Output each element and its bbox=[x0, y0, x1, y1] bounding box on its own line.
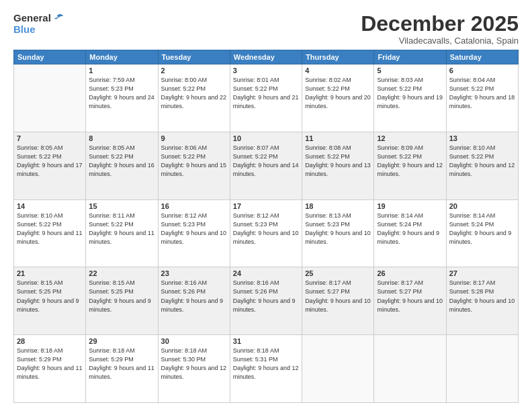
day-number: 1 bbox=[89, 66, 154, 75]
day-number: 10 bbox=[233, 134, 299, 142]
table-row: 13Sunrise: 8:10 AMSunset: 5:22 PMDayligh… bbox=[446, 132, 518, 199]
day-info: Sunrise: 8:11 AMSunset: 5:22 PMDaylight:… bbox=[89, 212, 154, 246]
page: General Blue December 2025 Viladecavalls… bbox=[0, 0, 532, 411]
day-number: 25 bbox=[305, 269, 371, 277]
day-info: Sunrise: 8:18 AMSunset: 5:29 PMDaylight:… bbox=[17, 347, 83, 381]
day-number: 15 bbox=[89, 202, 154, 210]
calendar-week-row: 14Sunrise: 8:10 AMSunset: 5:22 PMDayligh… bbox=[14, 199, 519, 267]
day-info: Sunrise: 8:10 AMSunset: 5:22 PMDaylight:… bbox=[17, 212, 83, 246]
day-info: Sunrise: 8:03 AMSunset: 5:22 PMDaylight:… bbox=[377, 76, 443, 111]
day-number: 24 bbox=[233, 269, 299, 277]
day-info: Sunrise: 8:10 AMSunset: 5:22 PMDaylight:… bbox=[449, 144, 515, 179]
table-row: 9Sunrise: 8:06 AMSunset: 5:22 PMDaylight… bbox=[158, 132, 230, 199]
day-number: 4 bbox=[305, 66, 371, 75]
day-info: Sunrise: 8:09 AMSunset: 5:22 PMDaylight:… bbox=[377, 144, 443, 179]
col-thursday: Thursday bbox=[302, 50, 374, 64]
logo: General Blue bbox=[13, 12, 64, 36]
table-row: 22Sunrise: 8:15 AMSunset: 5:25 PMDayligh… bbox=[86, 267, 158, 335]
day-number: 21 bbox=[17, 269, 83, 277]
day-info: Sunrise: 8:08 AMSunset: 5:22 PMDaylight:… bbox=[305, 144, 371, 179]
day-number: 7 bbox=[17, 134, 83, 142]
col-monday: Monday bbox=[86, 50, 158, 64]
day-info: Sunrise: 8:17 AMSunset: 5:28 PMDaylight:… bbox=[449, 279, 515, 314]
calendar-week-row: 28Sunrise: 8:18 AMSunset: 5:29 PMDayligh… bbox=[14, 335, 519, 403]
day-info: Sunrise: 8:15 AMSunset: 5:25 PMDaylight:… bbox=[89, 279, 154, 314]
day-number: 26 bbox=[377, 269, 443, 277]
day-info: Sunrise: 8:14 AMSunset: 5:24 PMDaylight:… bbox=[449, 212, 515, 246]
day-info: Sunrise: 8:07 AMSunset: 5:22 PMDaylight:… bbox=[233, 144, 299, 179]
day-number: 20 bbox=[449, 202, 515, 210]
calendar-table: Sunday Monday Tuesday Wednesday Thursday… bbox=[13, 50, 519, 403]
table-row: 8Sunrise: 8:05 AMSunset: 5:22 PMDaylight… bbox=[86, 132, 158, 199]
day-number: 16 bbox=[161, 202, 227, 210]
day-number: 14 bbox=[17, 202, 83, 210]
day-number: 30 bbox=[161, 337, 227, 345]
day-info: Sunrise: 8:17 AMSunset: 5:27 PMDaylight:… bbox=[305, 279, 371, 314]
logo-general: General bbox=[13, 13, 51, 24]
day-info: Sunrise: 8:01 AMSunset: 5:22 PMDaylight:… bbox=[233, 76, 299, 111]
table-row: 27Sunrise: 8:17 AMSunset: 5:28 PMDayligh… bbox=[446, 267, 518, 335]
day-info: Sunrise: 7:59 AMSunset: 5:23 PMDaylight:… bbox=[89, 76, 154, 111]
table-row: 31Sunrise: 8:18 AMSunset: 5:31 PMDayligh… bbox=[230, 335, 302, 403]
day-info: Sunrise: 8:14 AMSunset: 5:24 PMDaylight:… bbox=[377, 212, 443, 246]
day-info: Sunrise: 8:17 AMSunset: 5:27 PMDaylight:… bbox=[377, 279, 443, 314]
table-row: 18Sunrise: 8:13 AMSunset: 5:23 PMDayligh… bbox=[302, 199, 374, 267]
day-info: Sunrise: 8:15 AMSunset: 5:25 PMDaylight:… bbox=[17, 279, 83, 314]
table-row: 1Sunrise: 7:59 AMSunset: 5:23 PMDaylight… bbox=[86, 64, 158, 132]
day-number: 11 bbox=[305, 134, 371, 142]
month-title: December 2025 bbox=[361, 12, 519, 36]
table-row: 6Sunrise: 8:04 AMSunset: 5:22 PMDaylight… bbox=[446, 64, 518, 132]
table-row: 21Sunrise: 8:15 AMSunset: 5:25 PMDayligh… bbox=[14, 267, 86, 335]
day-info: Sunrise: 8:18 AMSunset: 5:29 PMDaylight:… bbox=[89, 347, 154, 381]
day-info: Sunrise: 8:04 AMSunset: 5:22 PMDaylight:… bbox=[449, 76, 515, 111]
day-info: Sunrise: 8:16 AMSunset: 5:26 PMDaylight:… bbox=[161, 279, 227, 314]
table-row: 2Sunrise: 8:00 AMSunset: 5:22 PMDaylight… bbox=[158, 64, 230, 132]
col-sunday: Sunday bbox=[14, 50, 86, 64]
table-row: 28Sunrise: 8:18 AMSunset: 5:29 PMDayligh… bbox=[14, 335, 86, 403]
day-number: 6 bbox=[449, 66, 515, 75]
table-row bbox=[446, 335, 518, 403]
calendar-week-row: 7Sunrise: 8:05 AMSunset: 5:22 PMDaylight… bbox=[14, 132, 519, 199]
table-row: 24Sunrise: 8:16 AMSunset: 5:26 PMDayligh… bbox=[230, 267, 302, 335]
table-row: 20Sunrise: 8:14 AMSunset: 5:24 PMDayligh… bbox=[446, 199, 518, 267]
col-friday: Friday bbox=[374, 50, 446, 64]
table-row: 29Sunrise: 8:18 AMSunset: 5:29 PMDayligh… bbox=[86, 335, 158, 403]
table-row: 5Sunrise: 8:03 AMSunset: 5:22 PMDaylight… bbox=[374, 64, 446, 132]
day-number: 19 bbox=[377, 202, 443, 210]
calendar-header-row: Sunday Monday Tuesday Wednesday Thursday… bbox=[14, 50, 519, 64]
day-info: Sunrise: 8:05 AMSunset: 5:22 PMDaylight:… bbox=[89, 144, 154, 179]
day-number: 29 bbox=[89, 337, 154, 345]
logo-blue: Blue bbox=[13, 24, 36, 36]
day-number: 2 bbox=[161, 66, 227, 75]
day-number: 13 bbox=[449, 134, 515, 142]
table-row: 19Sunrise: 8:14 AMSunset: 5:24 PMDayligh… bbox=[374, 199, 446, 267]
table-row: 23Sunrise: 8:16 AMSunset: 5:26 PMDayligh… bbox=[158, 267, 230, 335]
day-number: 18 bbox=[305, 202, 371, 210]
title-block: December 2025 Viladecavalls, Catalonia, … bbox=[361, 12, 519, 46]
table-row: 15Sunrise: 8:11 AMSunset: 5:22 PMDayligh… bbox=[86, 199, 158, 267]
day-number: 23 bbox=[161, 269, 227, 277]
day-info: Sunrise: 8:16 AMSunset: 5:26 PMDaylight:… bbox=[233, 279, 299, 314]
logo-bird-icon bbox=[52, 12, 64, 24]
day-info: Sunrise: 8:02 AMSunset: 5:22 PMDaylight:… bbox=[305, 76, 371, 111]
table-row: 10Sunrise: 8:07 AMSunset: 5:22 PMDayligh… bbox=[230, 132, 302, 199]
day-number: 9 bbox=[161, 134, 227, 142]
table-row bbox=[302, 335, 374, 403]
table-row: 4Sunrise: 8:02 AMSunset: 5:22 PMDaylight… bbox=[302, 64, 374, 132]
calendar-week-row: 21Sunrise: 8:15 AMSunset: 5:25 PMDayligh… bbox=[14, 267, 519, 335]
table-row: 26Sunrise: 8:17 AMSunset: 5:27 PMDayligh… bbox=[374, 267, 446, 335]
table-row bbox=[14, 64, 86, 132]
day-info: Sunrise: 8:13 AMSunset: 5:23 PMDaylight:… bbox=[305, 212, 371, 246]
day-info: Sunrise: 8:18 AMSunset: 5:31 PMDaylight:… bbox=[233, 347, 299, 381]
table-row: 14Sunrise: 8:10 AMSunset: 5:22 PMDayligh… bbox=[14, 199, 86, 267]
day-number: 5 bbox=[377, 66, 443, 75]
location: Viladecavalls, Catalonia, Spain bbox=[361, 36, 519, 46]
table-row: 11Sunrise: 8:08 AMSunset: 5:22 PMDayligh… bbox=[302, 132, 374, 199]
table-row: 7Sunrise: 8:05 AMSunset: 5:22 PMDaylight… bbox=[14, 132, 86, 199]
day-number: 8 bbox=[89, 134, 154, 142]
day-info: Sunrise: 8:00 AMSunset: 5:22 PMDaylight:… bbox=[161, 76, 227, 111]
calendar-week-row: 1Sunrise: 7:59 AMSunset: 5:23 PMDaylight… bbox=[14, 64, 519, 132]
day-number: 22 bbox=[89, 269, 154, 277]
table-row: 25Sunrise: 8:17 AMSunset: 5:27 PMDayligh… bbox=[302, 267, 374, 335]
day-number: 28 bbox=[17, 337, 83, 345]
